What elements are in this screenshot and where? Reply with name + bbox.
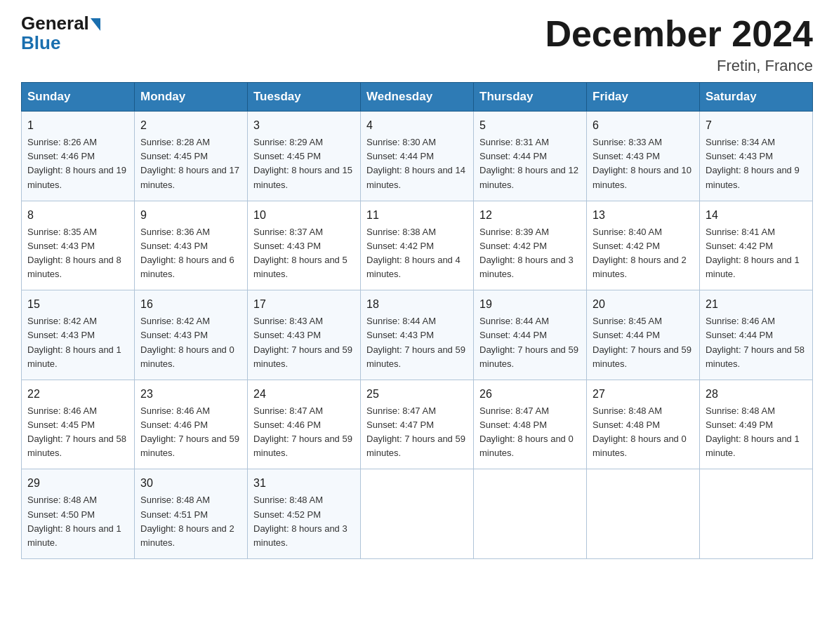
day-info: Sunrise: 8:39 AMSunset: 4:42 PMDaylight:… (479, 227, 574, 279)
table-row: 12Sunrise: 8:39 AMSunset: 4:42 PMDayligh… (474, 201, 587, 290)
table-row: 8Sunrise: 8:35 AMSunset: 4:43 PMDaylight… (22, 201, 135, 290)
table-row: 30Sunrise: 8:48 AMSunset: 4:51 PMDayligh… (135, 469, 248, 559)
day-info: Sunrise: 8:35 AMSunset: 4:43 PMDaylight:… (27, 227, 121, 279)
day-info: Sunrise: 8:34 AMSunset: 4:43 PMDaylight:… (706, 137, 800, 189)
table-row (361, 469, 474, 559)
day-info: Sunrise: 8:31 AMSunset: 4:44 PMDaylight:… (479, 137, 578, 189)
table-row: 24Sunrise: 8:47 AMSunset: 4:46 PMDayligh… (248, 380, 361, 469)
col-sunday: Sunday (22, 83, 135, 112)
day-info: Sunrise: 8:42 AMSunset: 4:43 PMDaylight:… (140, 316, 234, 368)
day-number: 15 (27, 296, 128, 313)
day-info: Sunrise: 8:46 AMSunset: 4:44 PMDaylight:… (706, 316, 805, 368)
table-row: 20Sunrise: 8:45 AMSunset: 4:44 PMDayligh… (587, 290, 700, 380)
table-row: 23Sunrise: 8:46 AMSunset: 4:46 PMDayligh… (135, 380, 248, 469)
calendar-week-row: 8Sunrise: 8:35 AMSunset: 4:43 PMDaylight… (22, 201, 813, 290)
day-number: 24 (253, 386, 355, 403)
table-row: 15Sunrise: 8:42 AMSunset: 4:43 PMDayligh… (22, 290, 135, 380)
day-info: Sunrise: 8:37 AMSunset: 4:43 PMDaylight:… (253, 227, 348, 279)
day-info: Sunrise: 8:29 AMSunset: 4:45 PMDaylight:… (253, 137, 352, 189)
day-info: Sunrise: 8:46 AMSunset: 4:46 PMDaylight:… (140, 405, 239, 458)
table-row: 9Sunrise: 8:36 AMSunset: 4:43 PMDaylight… (135, 201, 248, 290)
col-tuesday: Tuesday (248, 83, 361, 112)
month-title: December 2024 (545, 14, 813, 54)
day-info: Sunrise: 8:45 AMSunset: 4:44 PMDaylight:… (593, 316, 691, 368)
day-info: Sunrise: 8:47 AMSunset: 4:47 PMDaylight:… (366, 405, 465, 458)
day-info: Sunrise: 8:48 AMSunset: 4:51 PMDaylight:… (140, 495, 234, 547)
day-number: 8 (27, 207, 128, 224)
day-number: 28 (706, 386, 807, 403)
calendar-week-row: 22Sunrise: 8:46 AMSunset: 4:45 PMDayligh… (22, 380, 813, 469)
table-row: 28Sunrise: 8:48 AMSunset: 4:49 PMDayligh… (700, 380, 813, 469)
day-number: 23 (140, 386, 241, 403)
day-number: 13 (593, 207, 694, 224)
day-info: Sunrise: 8:36 AMSunset: 4:43 PMDaylight:… (140, 227, 234, 279)
day-number: 17 (253, 296, 355, 313)
table-row (587, 469, 700, 559)
day-info: Sunrise: 8:44 AMSunset: 4:44 PMDaylight:… (479, 316, 578, 368)
day-number: 3 (253, 117, 355, 134)
calendar-table: Sunday Monday Tuesday Wednesday Thursday… (21, 82, 813, 559)
day-info: Sunrise: 8:47 AMSunset: 4:48 PMDaylight:… (479, 405, 574, 458)
day-number: 6 (593, 117, 694, 134)
table-row: 31Sunrise: 8:48 AMSunset: 4:52 PMDayligh… (248, 469, 361, 559)
day-info: Sunrise: 8:48 AMSunset: 4:50 PMDaylight:… (27, 495, 121, 547)
logo-general: General (21, 14, 100, 32)
table-row: 3Sunrise: 8:29 AMSunset: 4:45 PMDaylight… (248, 112, 361, 201)
table-row: 29Sunrise: 8:48 AMSunset: 4:50 PMDayligh… (22, 469, 135, 559)
table-row: 4Sunrise: 8:30 AMSunset: 4:44 PMDaylight… (361, 112, 474, 201)
table-row: 21Sunrise: 8:46 AMSunset: 4:44 PMDayligh… (700, 290, 813, 380)
table-row: 1Sunrise: 8:26 AMSunset: 4:46 PMDaylight… (22, 112, 135, 201)
table-row: 17Sunrise: 8:43 AMSunset: 4:43 PMDayligh… (248, 290, 361, 380)
table-row: 27Sunrise: 8:48 AMSunset: 4:48 PMDayligh… (587, 380, 700, 469)
location: Fretin, France (545, 57, 813, 75)
day-number: 4 (366, 117, 468, 134)
calendar-week-row: 15Sunrise: 8:42 AMSunset: 4:43 PMDayligh… (22, 290, 813, 380)
day-info: Sunrise: 8:48 AMSunset: 4:49 PMDaylight:… (706, 405, 800, 458)
table-row: 18Sunrise: 8:44 AMSunset: 4:43 PMDayligh… (361, 290, 474, 380)
day-number: 1 (27, 117, 128, 134)
day-info: Sunrise: 8:26 AMSunset: 4:46 PMDaylight:… (27, 137, 126, 189)
day-number: 18 (366, 296, 468, 313)
day-number: 25 (366, 386, 468, 403)
day-number: 10 (253, 207, 355, 224)
table-row (474, 469, 587, 559)
logo-blue: Blue (21, 32, 60, 54)
day-info: Sunrise: 8:46 AMSunset: 4:45 PMDaylight:… (27, 405, 126, 458)
day-number: 12 (479, 207, 581, 224)
col-monday: Monday (135, 83, 248, 112)
table-row: 7Sunrise: 8:34 AMSunset: 4:43 PMDaylight… (700, 112, 813, 201)
table-row: 22Sunrise: 8:46 AMSunset: 4:45 PMDayligh… (22, 380, 135, 469)
logo: General Blue (21, 14, 100, 54)
table-row (700, 469, 813, 559)
table-row: 2Sunrise: 8:28 AMSunset: 4:45 PMDaylight… (135, 112, 248, 201)
day-info: Sunrise: 8:40 AMSunset: 4:42 PMDaylight:… (593, 227, 687, 279)
col-wednesday: Wednesday (361, 83, 474, 112)
day-number: 20 (593, 296, 694, 313)
day-number: 21 (706, 296, 807, 313)
day-number: 11 (366, 207, 468, 224)
col-friday: Friday (587, 83, 700, 112)
col-saturday: Saturday (700, 83, 813, 112)
calendar-week-row: 1Sunrise: 8:26 AMSunset: 4:46 PMDaylight… (22, 112, 813, 201)
day-number: 5 (479, 117, 581, 134)
col-thursday: Thursday (474, 83, 587, 112)
day-number: 19 (479, 296, 581, 313)
day-info: Sunrise: 8:44 AMSunset: 4:43 PMDaylight:… (366, 316, 465, 368)
day-number: 29 (27, 475, 128, 492)
table-row: 11Sunrise: 8:38 AMSunset: 4:42 PMDayligh… (361, 201, 474, 290)
day-info: Sunrise: 8:28 AMSunset: 4:45 PMDaylight:… (140, 137, 239, 189)
table-row: 10Sunrise: 8:37 AMSunset: 4:43 PMDayligh… (248, 201, 361, 290)
table-row: 26Sunrise: 8:47 AMSunset: 4:48 PMDayligh… (474, 380, 587, 469)
page-header: General Blue December 2024 Fretin, Franc… (21, 14, 813, 75)
day-number: 30 (140, 475, 241, 492)
day-info: Sunrise: 8:33 AMSunset: 4:43 PMDaylight:… (593, 137, 691, 189)
table-row: 25Sunrise: 8:47 AMSunset: 4:47 PMDayligh… (361, 380, 474, 469)
table-row: 19Sunrise: 8:44 AMSunset: 4:44 PMDayligh… (474, 290, 587, 380)
table-row: 13Sunrise: 8:40 AMSunset: 4:42 PMDayligh… (587, 201, 700, 290)
table-row: 5Sunrise: 8:31 AMSunset: 4:44 PMDaylight… (474, 112, 587, 201)
table-row: 14Sunrise: 8:41 AMSunset: 4:42 PMDayligh… (700, 201, 813, 290)
day-info: Sunrise: 8:30 AMSunset: 4:44 PMDaylight:… (366, 137, 465, 189)
calendar-week-row: 29Sunrise: 8:48 AMSunset: 4:50 PMDayligh… (22, 469, 813, 559)
table-row: 16Sunrise: 8:42 AMSunset: 4:43 PMDayligh… (135, 290, 248, 380)
day-number: 27 (593, 386, 694, 403)
